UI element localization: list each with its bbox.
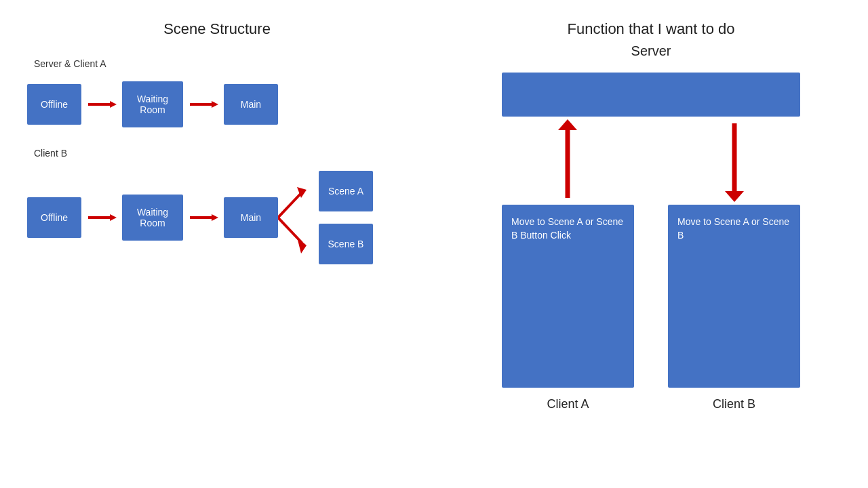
function-title: Function that I want to do xyxy=(461,20,841,38)
clients-row: Move to Scene A or Scene B Button Click … xyxy=(502,205,800,388)
arrow-3 xyxy=(87,211,117,224)
client-b-flow: Offline WaitingRoom Main xyxy=(27,171,407,264)
svg-marker-15 xyxy=(725,191,744,202)
client-a-box: Move to Scene A or Scene B Button Click xyxy=(502,205,634,388)
svg-marker-11 xyxy=(297,237,307,253)
diagram-wrapper: Move to Scene A or Scene B Button Click … xyxy=(502,73,800,411)
arrow-1 xyxy=(87,98,117,110)
client-b-text: Move to Scene A or Scene B xyxy=(677,216,791,242)
main-box-b: Main xyxy=(224,197,278,238)
waiting-room-box-b: WaitingRoom xyxy=(122,195,183,241)
scene-structure-title: Scene Structure xyxy=(27,20,407,38)
svg-marker-13 xyxy=(558,119,577,130)
server-client-a-section: Server & Client A Offline WaitingRoom xyxy=(27,58,407,127)
client-b-section: Client B Offline WaitingRoom Main xyxy=(27,148,407,264)
right-panel: Function that I want to do Server Move t… xyxy=(434,0,868,488)
server-client-a-label: Server & Client A xyxy=(34,58,407,69)
scene-a-box: Scene A xyxy=(319,171,373,211)
arrow-2 xyxy=(189,98,218,110)
main-box-a: Main xyxy=(224,84,278,125)
branch-arrows-svg xyxy=(278,174,319,262)
server-label: Server xyxy=(461,43,841,59)
branch-arrows-container xyxy=(278,174,319,262)
main-container: Scene Structure Server & Client A Offlin… xyxy=(0,0,868,488)
server-box xyxy=(502,73,800,117)
client-a-text: Move to Scene A or Scene B Button Click xyxy=(511,216,625,242)
client-a-label: Client A xyxy=(502,397,634,411)
waiting-room-box-a: WaitingRoom xyxy=(122,81,183,127)
offline-box-b: Offline xyxy=(27,197,81,238)
svg-marker-5 xyxy=(110,214,117,221)
svg-line-8 xyxy=(278,192,302,218)
svg-marker-1 xyxy=(110,101,117,108)
client-labels-row: Client A Client B xyxy=(502,397,800,411)
svg-marker-7 xyxy=(212,214,218,221)
left-panel: Scene Structure Server & Client A Offlin… xyxy=(0,0,434,488)
branch-boxes-container: Scene A Scene B xyxy=(319,171,373,264)
arrow-4 xyxy=(189,211,218,224)
client-b-box: Move to Scene A or Scene B xyxy=(668,205,800,388)
client-b-label: Client B xyxy=(668,397,800,411)
server-client-a-flow: Offline WaitingRoom Main xyxy=(27,81,407,127)
connection-arrows-svg xyxy=(502,117,800,205)
client-b-label: Client B xyxy=(34,148,407,159)
offline-box-a: Offline xyxy=(27,84,81,125)
scene-b-box: Scene B xyxy=(319,224,373,264)
svg-marker-3 xyxy=(212,101,218,108)
